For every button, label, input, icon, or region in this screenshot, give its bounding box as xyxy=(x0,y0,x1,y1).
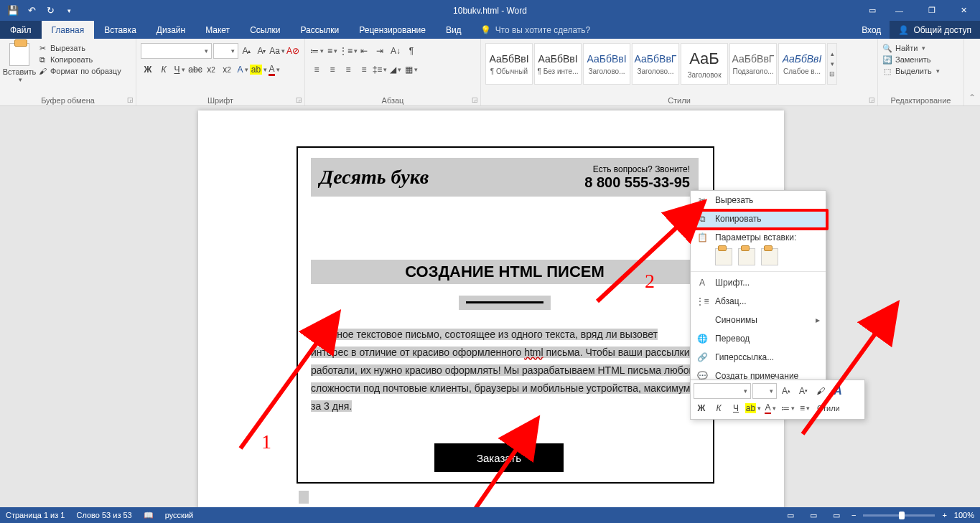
mini-grow-font[interactable]: A▴ xyxy=(778,383,794,399)
cut-button[interactable]: ✂Вырезать xyxy=(37,43,121,53)
zoom-in-button[interactable]: + xyxy=(942,511,946,519)
ribbon-options-icon[interactable]: ▭ xyxy=(862,0,883,21)
collapse-ribbon-button[interactable]: ⌃ xyxy=(964,39,980,105)
subscript-button[interactable]: x2 xyxy=(204,62,218,77)
grow-font-button[interactable]: A▴ xyxy=(240,43,253,59)
tell-me[interactable]: 💡Что вы хотите сделать? xyxy=(480,21,591,39)
bullets-button[interactable]: ≔▾ xyxy=(309,43,324,59)
mini-format-painter[interactable]: 🖌 xyxy=(813,383,829,399)
font-size-combo[interactable]: ▾ xyxy=(213,43,238,59)
restore-button[interactable]: ❐ xyxy=(915,0,948,21)
view-print-icon[interactable]: ▭ xyxy=(806,509,821,522)
paste-text-only-icon[interactable] xyxy=(761,248,778,265)
zoom-slider[interactable] xyxy=(863,514,935,517)
tab-review[interactable]: Рецензирование xyxy=(349,21,436,39)
view-read-icon[interactable]: ▭ xyxy=(783,509,798,522)
increase-indent-button[interactable]: ⇥ xyxy=(373,43,387,59)
underline-button[interactable]: Ч▾ xyxy=(172,62,187,77)
mini-font-combo[interactable]: ▾ xyxy=(694,383,751,399)
login-button[interactable]: Вход xyxy=(853,21,890,39)
tab-design[interactable]: Дизайн xyxy=(146,21,195,39)
superscript-button[interactable]: x2 xyxy=(220,62,234,77)
ctx-hyperlink[interactable]: 🔗Гиперссылка... xyxy=(691,348,826,367)
style-subtle[interactable]: АаБбВвIСлабое в... xyxy=(778,43,826,85)
minimize-button[interactable]: — xyxy=(883,0,915,21)
tab-file[interactable]: Файл xyxy=(0,21,42,39)
zoom-out-button[interactable]: − xyxy=(851,511,856,519)
zoom-level[interactable]: 100% xyxy=(954,511,974,519)
qat-customize-icon[interactable]: ▾ xyxy=(60,2,78,19)
undo-icon[interactable]: ↶ xyxy=(23,2,40,19)
close-button[interactable]: ✕ xyxy=(948,0,980,21)
align-right-button[interactable]: ≡ xyxy=(341,62,355,77)
tab-view[interactable]: Вид xyxy=(436,21,472,39)
ctx-paragraph[interactable]: ⋮≡Абзац... xyxy=(691,292,826,311)
shading-button[interactable]: ◢▾ xyxy=(388,62,403,77)
style-nospacing[interactable]: АаБбВвI¶ Без инте... xyxy=(534,43,582,85)
style-title[interactable]: АаБЗаголовок xyxy=(681,43,728,85)
style-heading1[interactable]: АаБбВвIЗаголово... xyxy=(583,43,630,85)
styles-launcher-icon[interactable]: ◲ xyxy=(869,96,875,103)
ctx-font[interactable]: AШрифт... xyxy=(691,273,826,292)
mini-numbering[interactable]: ≡▾ xyxy=(797,400,813,416)
justify-button[interactable]: ≡ xyxy=(357,62,371,77)
find-button[interactable]: 🔍Найти▾ xyxy=(882,43,959,53)
font-launcher-icon[interactable]: ◲ xyxy=(296,96,302,103)
style-normal[interactable]: АаБбВвI¶ Обычный xyxy=(485,43,533,85)
mini-font-color[interactable]: A▾ xyxy=(762,400,778,416)
proofing-icon[interactable]: 📖 xyxy=(144,511,154,520)
highlight-button[interactable]: ab▾ xyxy=(251,62,266,77)
sort-button[interactable]: A↓ xyxy=(388,43,403,59)
multilevel-button[interactable]: ⋮≡▾ xyxy=(341,43,355,59)
mini-underline[interactable]: Ч xyxy=(728,400,744,416)
tab-layout[interactable]: Макет xyxy=(195,21,240,39)
align-center-button[interactable]: ≡ xyxy=(325,62,340,77)
status-page[interactable]: Страница 1 из 1 xyxy=(6,511,65,519)
text-effects-button[interactable]: A▾ xyxy=(235,62,250,77)
paste-keep-source-icon[interactable] xyxy=(715,248,732,265)
status-language[interactable]: русский xyxy=(165,511,193,519)
ctx-cut[interactable]: ✂Вырезать xyxy=(691,191,826,209)
ctx-synonyms[interactable]: Синонимы xyxy=(691,311,826,329)
mini-bullets[interactable]: ≔▾ xyxy=(780,400,795,416)
select-button[interactable]: ⬚Выделить▾ xyxy=(882,66,959,76)
share-button[interactable]: 👤Общий доступ xyxy=(890,21,980,39)
mini-highlight[interactable]: ab▾ xyxy=(745,400,761,416)
tab-mailings[interactable]: Рассылки xyxy=(290,21,349,39)
view-web-icon[interactable]: ▭ xyxy=(829,509,844,522)
shrink-font-button[interactable]: A▾ xyxy=(255,43,269,59)
style-subtitle[interactable]: АаБбВвГПодзаголо... xyxy=(729,43,777,85)
paragraph-launcher-icon[interactable]: ◲ xyxy=(472,96,478,103)
tab-home[interactable]: Главная xyxy=(42,21,95,39)
redo-icon[interactable]: ↻ xyxy=(42,2,59,19)
style-heading2[interactable]: АаБбВвГЗаголово... xyxy=(632,43,679,85)
change-case-button[interactable]: Aa▾ xyxy=(270,43,284,59)
save-icon[interactable]: 💾 xyxy=(4,2,22,19)
borders-button[interactable]: ▦▾ xyxy=(404,62,419,77)
styles-more-button[interactable]: ▴▾⊟ xyxy=(827,43,837,85)
strikethrough-button[interactable]: abc xyxy=(188,62,202,77)
paste-button[interactable]: Вставить ▾ xyxy=(4,40,34,83)
mini-size-combo[interactable]: ▾ xyxy=(752,383,777,399)
decrease-indent-button[interactable]: ⇤ xyxy=(357,43,371,59)
clipboard-launcher-icon[interactable]: ◲ xyxy=(127,96,134,103)
paste-merge-icon[interactable] xyxy=(738,248,755,265)
status-words[interactable]: Слово 53 из 53 xyxy=(76,511,131,519)
replace-button[interactable]: 🔄Заменить xyxy=(882,55,959,65)
font-color-button[interactable]: A▾ xyxy=(267,62,281,77)
mini-italic[interactable]: К xyxy=(711,400,727,416)
ctx-translate[interactable]: 🌐Перевод xyxy=(691,329,826,348)
numbering-button[interactable]: ≡▾ xyxy=(325,43,340,59)
mini-styles-icon[interactable]: A xyxy=(830,383,846,399)
body-text[interactable]: Обычное текстовое письмо, состоящее из о… xyxy=(311,326,699,415)
ctx-copy[interactable]: ⧉Копировать xyxy=(691,209,826,228)
mini-bold[interactable]: Ж xyxy=(694,400,709,416)
mini-styles-label[interactable]: Стили xyxy=(814,404,843,413)
line-spacing-button[interactable]: ‡≡▾ xyxy=(373,62,387,77)
tab-insert[interactable]: Вставка xyxy=(94,21,146,39)
format-painter-button[interactable]: 🖌Формат по образцу xyxy=(37,66,121,76)
copy-button[interactable]: ⧉Копировать xyxy=(37,55,121,65)
italic-button[interactable]: К xyxy=(157,62,171,77)
font-name-combo[interactable]: ▾ xyxy=(141,43,212,59)
mini-shrink-font[interactable]: A▾ xyxy=(795,383,811,399)
